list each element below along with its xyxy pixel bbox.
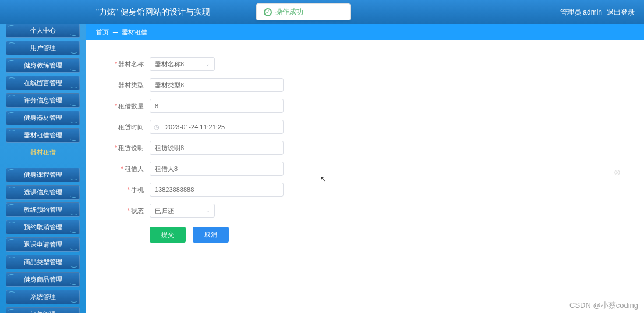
- time-input[interactable]: [150, 120, 284, 134]
- submit-button[interactable]: 提交: [150, 227, 186, 243]
- main-form: *器材名称 ⌄ 器材类型 *租借数量 租赁时间 ◷ *租赁说明 *租借人 *手机…: [86, 40, 644, 313]
- breadcrumb-sep: ☰: [112, 29, 118, 36]
- nav-user-mgmt[interactable]: 用户管理: [6, 41, 80, 55]
- nav-rental-active[interactable]: 器材租借: [6, 145, 80, 159]
- type-label: 器材类型: [103, 81, 144, 90]
- nav-rental-mgmt[interactable]: 器材租借管理: [6, 128, 80, 143]
- time-label: 租赁时间: [103, 123, 144, 131]
- nav-product-type[interactable]: 商品类型管理: [6, 255, 80, 269]
- renter-label: *租借人: [103, 165, 144, 173]
- name-select[interactable]: [150, 57, 215, 71]
- logout-link[interactable]: 退出登录: [607, 8, 635, 17]
- cancel-button[interactable]: 取消: [193, 227, 229, 243]
- success-icon: ✓: [264, 8, 272, 16]
- desc-input[interactable]: [150, 141, 284, 155]
- nav-booking-cancel[interactable]: 预约取消管理: [6, 220, 80, 234]
- nav-course-mgmt[interactable]: 健身课程管理: [6, 168, 80, 182]
- app-title: "力炫" 健身馆网站的设计与实现: [96, 7, 210, 17]
- desc-label: *租赁说明: [103, 144, 144, 152]
- breadcrumb-current: 器材租借: [122, 28, 147, 37]
- user-role: 管理员 admin: [560, 8, 602, 17]
- status-select[interactable]: [150, 204, 215, 218]
- phone-label: *手机: [103, 186, 144, 194]
- type-input[interactable]: [150, 78, 284, 92]
- header: "力炫" 健身馆网站的设计与实现 ✓ 操作成功 管理员 admin 退出登录: [0, 0, 644, 24]
- nav-coach-mgmt[interactable]: 健身教练管理: [6, 58, 80, 73]
- qty-label: *租借数量: [103, 102, 144, 111]
- nav-enroll-mgmt[interactable]: 选课信息管理: [6, 185, 80, 200]
- nav-coach-booking[interactable]: 教练预约管理: [6, 202, 80, 217]
- clock-icon: ◷: [154, 123, 160, 131]
- qty-input[interactable]: [150, 99, 284, 113]
- sidebar: 首页 个人中心 用户管理 健身教练管理 在线留言管理 评分信息管理 健身器材管理…: [0, 0, 86, 313]
- breadcrumb: 首页 ☰ 器材租借: [0, 24, 644, 40]
- breadcrumb-home[interactable]: 首页: [96, 28, 109, 37]
- nav-personal-center[interactable]: 个人中心: [6, 23, 80, 38]
- success-toast: ✓ 操作成功: [256, 3, 351, 20]
- nav-message-mgmt[interactable]: 在线留言管理: [6, 76, 80, 90]
- nav-withdraw-mgmt[interactable]: 退课申请管理: [6, 237, 80, 252]
- close-icon[interactable]: ⊗: [614, 168, 621, 177]
- renter-input[interactable]: [150, 162, 284, 176]
- nav-system-mgmt[interactable]: 系统管理: [6, 290, 80, 304]
- nav-equipment-mgmt[interactable]: 健身器材管理: [6, 111, 80, 125]
- watermark: CSDN @小蔡coding: [569, 300, 638, 311]
- nav-rating-mgmt[interactable]: 评分信息管理: [6, 93, 80, 108]
- nav-product-mgmt[interactable]: 健身商品管理: [6, 272, 80, 287]
- phone-input[interactable]: [150, 183, 284, 197]
- nav-order-mgmt[interactable]: 订单管理: [6, 307, 80, 313]
- name-label: *器材名称: [103, 60, 144, 69]
- status-label: *状态: [103, 207, 144, 215]
- cursor-icon: ↖: [320, 175, 327, 183]
- toast-text: 操作成功: [275, 7, 303, 17]
